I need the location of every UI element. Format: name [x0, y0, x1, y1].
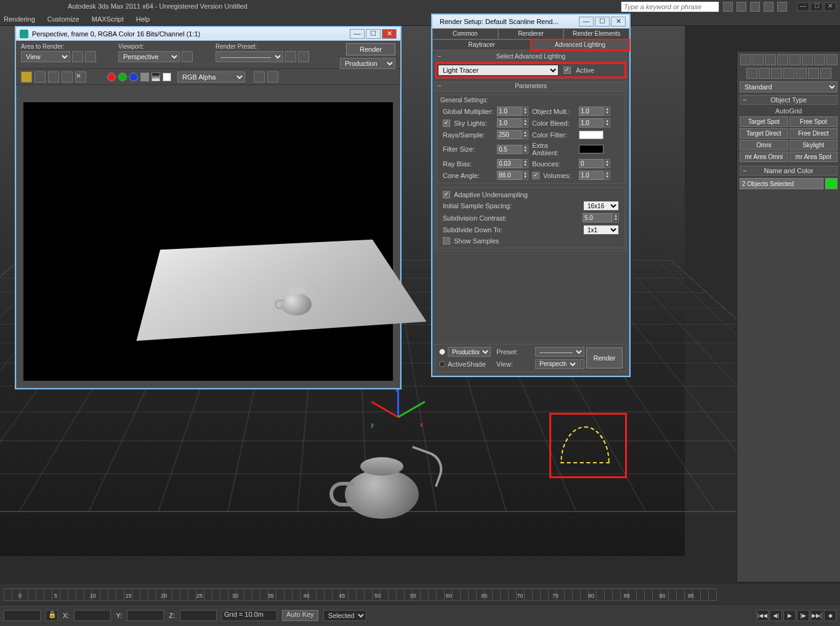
color-bleed-input[interactable] — [579, 118, 604, 128]
select-lighting-header[interactable]: Select Advanced Lighting — [435, 52, 626, 62]
channel-alpha[interactable] — [140, 73, 149, 81]
lock-view-icon[interactable] — [580, 359, 584, 369]
rays-sample-input[interactable] — [497, 130, 522, 139]
spinner-icon[interactable]: ▲▼ — [522, 171, 528, 180]
spinner-icon[interactable]: ▲▼ — [604, 118, 610, 128]
tab-raytracer[interactable]: Raytracer — [432, 39, 531, 51]
main-close-button[interactable]: ✕ — [824, 2, 836, 11]
global-mult-input[interactable] — [497, 107, 522, 116]
background-swatch[interactable] — [163, 73, 171, 81]
modify-tab-icon[interactable] — [753, 54, 764, 65]
helpers-icon[interactable] — [796, 68, 807, 79]
spinner-icon[interactable]: ▲▼ — [604, 171, 610, 180]
lights-icon[interactable] — [771, 68, 782, 79]
initial-spacing-dropdown[interactable]: 16x16 — [583, 201, 619, 211]
subdivision-contrast-input[interactable] — [583, 213, 612, 222]
viewport-dropdown[interactable]: Perspective — [118, 51, 180, 62]
tab-renderer[interactable]: Renderer — [498, 28, 564, 39]
systems-icon[interactable] — [820, 68, 831, 79]
autokey-button[interactable]: Auto Key — [282, 610, 318, 621]
copy-icon[interactable] — [34, 71, 46, 83]
motion-tab-icon[interactable] — [777, 54, 788, 65]
area-dropdown[interactable]: View — [21, 51, 70, 62]
overlay-icon[interactable] — [254, 71, 265, 83]
shapes-icon[interactable] — [759, 68, 770, 79]
timeline[interactable]: 0 5 10 15 20 25 30 35 40 45 50 55 60 65 … — [0, 583, 840, 604]
x-field[interactable] — [74, 610, 111, 621]
channel-red[interactable] — [107, 73, 116, 81]
tab-common[interactable]: Common — [432, 28, 498, 39]
production-radio[interactable] — [439, 349, 445, 355]
geometry-icon[interactable] — [746, 68, 757, 79]
help-icon[interactable] — [723, 2, 733, 12]
filter-size-input[interactable] — [497, 145, 522, 154]
next-frame-icon[interactable]: |▶ — [797, 610, 809, 621]
channel-dropdown[interactable]: RGB Alpha — [177, 71, 245, 83]
spinner-icon[interactable]: ▲▼ — [522, 107, 528, 116]
cameras-icon[interactable] — [783, 68, 794, 79]
create-tab-icon[interactable] — [740, 54, 751, 65]
rfw-maximize-button[interactable]: ☐ — [366, 29, 381, 39]
active-checkbox[interactable]: ✓ — [563, 67, 571, 74]
question-icon[interactable] — [777, 2, 787, 12]
volumes-input[interactable] — [579, 171, 604, 180]
z-field[interactable] — [180, 610, 217, 621]
sky-lights-input[interactable] — [497, 118, 522, 128]
menu-rendering[interactable]: Rendering — [4, 15, 35, 23]
rfw-render-button[interactable]: Render — [346, 43, 395, 55]
bounces-input[interactable] — [579, 159, 604, 168]
transform-gizmo[interactable]: z y x — [370, 389, 425, 445]
rsd-titlebar[interactable]: Render Setup: Default Scanline Rend... —… — [432, 15, 629, 28]
teapot-object[interactable] — [333, 439, 437, 525]
rfw-titlebar[interactable]: Perspective, frame 0, RGBA Color 16 Bits… — [16, 27, 400, 41]
sky-lights-checkbox[interactable]: ✓ — [443, 120, 450, 127]
object-mult-input[interactable] — [579, 107, 604, 116]
spinner-icon[interactable]: ▲▼ — [613, 213, 619, 222]
preset-dropdown[interactable]: --------------------------- — [216, 51, 283, 62]
binoculars-icon[interactable] — [764, 2, 773, 12]
channel-mono[interactable] — [151, 73, 160, 81]
render-output-area[interactable] — [23, 102, 393, 381]
keymode-dropdown[interactable]: Selected — [323, 610, 366, 621]
menu-maxscript[interactable]: MAXScript — [92, 15, 124, 23]
mr-area-omni-button[interactable]: mr Area Omni — [740, 152, 788, 162]
spacewarps-icon[interactable] — [808, 68, 819, 79]
effects-icon[interactable] — [298, 51, 309, 62]
goto-end-icon[interactable]: ▶▶| — [810, 610, 823, 621]
activeshade-radio[interactable] — [439, 361, 445, 367]
spinner-icon[interactable]: ▲▼ — [522, 159, 528, 168]
rsd-render-button[interactable]: Render — [586, 348, 623, 368]
cone-angle-input[interactable] — [497, 171, 522, 180]
env-icon[interactable] — [285, 51, 296, 62]
time-ruler[interactable]: 0 5 10 15 20 25 30 35 40 45 50 55 60 65 … — [4, 588, 717, 601]
lighting-type-dropdown[interactable]: Light Tracer — [438, 65, 559, 76]
spinner-icon[interactable]: ▲▼ — [604, 159, 610, 168]
tab-advanced-lighting[interactable]: Advanced Lighting — [531, 39, 629, 51]
y-field[interactable] — [127, 610, 164, 621]
free-direct-button[interactable]: Free Direct — [790, 128, 838, 139]
extra2-tab-icon[interactable] — [826, 54, 838, 65]
skylight-button[interactable]: Skylight — [790, 140, 838, 150]
footer-preset-dropdown[interactable]: -------------------- — [535, 347, 584, 357]
lock-icon[interactable] — [182, 51, 193, 62]
play-icon[interactable]: ▶ — [783, 610, 796, 621]
show-samples-checkbox[interactable] — [443, 237, 450, 245]
print-icon[interactable] — [62, 71, 73, 83]
menu-customize[interactable]: Customize — [47, 15, 79, 23]
object-type-header[interactable]: Object Type — [740, 95, 838, 105]
menu-help[interactable]: Help — [136, 15, 150, 23]
extra-tab-icon[interactable] — [814, 54, 825, 65]
target-direct-button[interactable]: Target Direct — [740, 128, 788, 139]
object-color-swatch[interactable] — [825, 178, 838, 189]
footer-view-dropdown[interactable]: Perspective — [535, 359, 578, 369]
clone-icon[interactable] — [48, 71, 59, 83]
link-icon[interactable] — [737, 2, 746, 12]
display-tab-icon[interactable] — [790, 54, 801, 65]
subdivide-downto-dropdown[interactable]: 1x1 — [583, 225, 619, 235]
name-color-header[interactable]: Name and Color — [740, 166, 838, 176]
target-spot-button[interactable]: Target Spot — [740, 116, 788, 127]
prev-frame-icon[interactable]: ◀| — [770, 610, 782, 621]
production-dropdown[interactable]: Production — [340, 58, 395, 69]
star-icon[interactable] — [750, 2, 760, 12]
main-maximize-button[interactable]: ☐ — [810, 2, 823, 11]
